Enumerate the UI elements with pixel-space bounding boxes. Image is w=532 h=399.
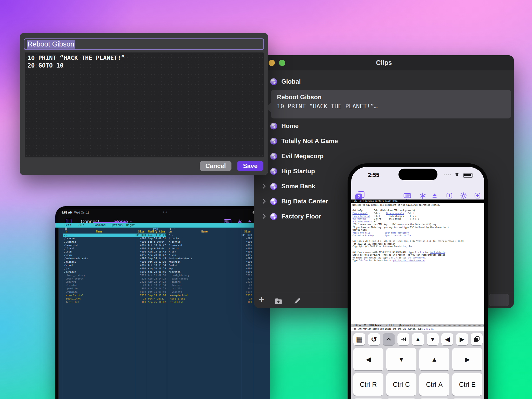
column-size[interactable]: Size	[135, 230, 147, 233]
file-size: 4096	[242, 247, 253, 250]
column-name[interactable]: .nName	[167, 230, 242, 233]
chevron-right-icon[interactable]	[261, 183, 270, 189]
eject-icon[interactable]	[431, 192, 438, 200]
file-mtime: Oct 11 09:56	[147, 274, 166, 277]
search-field[interactable]	[489, 294, 509, 306]
file-name: /mikef	[63, 264, 135, 267]
emacs-line: If you have no Meta key, you may instead…	[353, 226, 464, 229]
key-tab-right[interactable]	[397, 333, 409, 345]
file-name: /scratch	[167, 270, 242, 274]
clip-group-row[interactable]: Home	[261, 118, 508, 134]
key-arrow-right[interactable]: ▶	[456, 333, 468, 345]
clip-group-row[interactable]: Totally Not A Game	[261, 134, 508, 149]
key-arrow-down[interactable]: ▼	[427, 333, 439, 345]
selected-clip-card[interactable]: Reboot Gibson10 PRINT “HACK THE PLANET!”…	[271, 90, 511, 118]
file-row[interactable]: /scratch4096Sep 28 08:46	[63, 270, 166, 274]
add-clip-button[interactable]: +	[259, 294, 264, 305]
mc-menubar[interactable]: LeftFileCommandOptionsRight	[55, 223, 267, 228]
file-row[interactable]: example.html7312Sep 19 11:04	[63, 294, 166, 297]
file-row[interactable]: test3.txt100Sep 25 10:07	[63, 301, 166, 304]
key-arrow-left[interactable]: ◀	[441, 333, 453, 345]
file-name: test.1.txt	[63, 297, 135, 301]
save-button[interactable]: Save	[237, 161, 263, 171]
emacs-line: (‘C-’ means use the CTRL key. ‘M-’ means…	[353, 223, 464, 226]
clip-group-row[interactable]: Evil Megacorp	[261, 149, 508, 164]
menu-file[interactable]: File	[78, 223, 85, 227]
file-row[interactable]: .bash_history3725Oct 11 09:56	[63, 274, 166, 277]
file-row[interactable]: /.ssh4096Aug 25 10:42	[63, 250, 166, 254]
file-name: .bash_logout	[167, 277, 242, 281]
emacs-echo-area: For information about GNU Emacs and the …	[351, 327, 484, 331]
file-row[interactable]: /qa4096Aug 10 16:24	[63, 267, 166, 270]
column-size[interactable]: Size	[242, 230, 253, 233]
menu-options[interactable]: Options	[111, 223, 123, 227]
file-mtime: Aug 10 15:49	[147, 234, 166, 237]
tablet-device: 9:58 AMWed Oct 11 ••• Connect Home LeftF…	[55, 206, 270, 399]
key-grid[interactable]: ▦	[353, 333, 365, 345]
info-icon[interactable]	[446, 192, 453, 200]
menu-command[interactable]: Command	[94, 223, 105, 227]
key-copy[interactable]	[471, 333, 483, 345]
file-row[interactable]: /.cache4096Sep 28 08:51	[63, 237, 166, 240]
clips-titlebar[interactable]: Clips	[254, 55, 514, 70]
file-name: .viminfo	[167, 290, 242, 294]
file-row[interactable]: test.1.txt15Oct 4 16:27	[63, 297, 166, 301]
file-row[interactable]: /.local4096Sep 6 09:04	[63, 247, 166, 250]
key-arrow-up[interactable]: ▲	[412, 333, 424, 345]
multitask-dots[interactable]: •••	[163, 210, 168, 214]
chevron-right-icon[interactable]	[261, 198, 270, 204]
column-name[interactable]: .nName	[63, 230, 135, 233]
emacs-buffer[interactable]: Welcome to GNU Emacs, one component of t…	[351, 203, 484, 324]
key-arrow[interactable]: ▼	[386, 348, 416, 370]
clip-code-editor[interactable]: 10 PRINT “HACK THE PLANET!” 20 GOTO 10	[25, 52, 264, 157]
emacs-menubar[interactable]: File Edit Options Buffers Tools Help	[351, 200, 484, 203]
chevron-right-icon[interactable]	[261, 214, 270, 219]
file-name: /.config	[63, 240, 135, 244]
menu-left[interactable]: Left	[64, 223, 71, 227]
accessory-key-row: ▦↺▲▼◀▶	[353, 333, 484, 345]
file-row[interactable]: .profile807Apr 23 14:23	[63, 287, 166, 290]
emacs-line	[353, 248, 464, 251]
file-row[interactable]: .bashrc3526Apr 23 14:23	[63, 280, 166, 284]
command-asterisk-icon[interactable]	[419, 192, 426, 200]
desktop: 9:58 AMWed Oct 11 ••• Connect Home LeftF…	[0, 0, 532, 399]
file-name: /.cache	[63, 237, 135, 240]
add-icon[interactable]	[474, 192, 481, 200]
key-arrow[interactable]: ▶	[452, 348, 482, 370]
file-row[interactable]: /.emacs.d4096Oct 10 14:22	[63, 244, 166, 247]
clip-editor-dialog: Reboot Gibson 10 PRINT “HACK THE PLANET!…	[20, 33, 268, 175]
file-mtime: Oct 10 13:54	[147, 264, 166, 267]
file-name: /automated-tests	[167, 257, 242, 260]
file-row[interactable]: /michael4096Oct 10 13:16	[63, 260, 166, 264]
file-row[interactable]: /.config4096Sep 6 09:04	[63, 240, 166, 244]
key-ctrl-c[interactable]: Ctrl-C	[386, 373, 416, 396]
key-ctrl-r[interactable]: Ctrl-R	[353, 373, 383, 396]
file-name: .lesshst	[167, 284, 242, 287]
file-mtime: Sep 25 10:07	[147, 301, 166, 304]
file-row[interactable]: .lesshst20Oct 10 13:54	[63, 284, 166, 287]
file-row[interactable]: .viminfo9192Oct 11 09:40	[63, 290, 166, 294]
clip-title-input[interactable]: Reboot Gibson	[24, 38, 264, 50]
file-row[interactable]: /..UP--DIRAug 10 15:49	[63, 234, 166, 237]
key-ctrl-a[interactable]: Ctrl-A	[419, 373, 449, 396]
column-modify[interactable]: Modify time	[147, 230, 166, 233]
clip-group-label: Totally Not A Game	[281, 137, 338, 145]
key-caret-up[interactable]	[383, 333, 395, 345]
key-undo[interactable]: ↺	[368, 333, 380, 345]
key-ctrl-e[interactable]: Ctrl-E	[452, 373, 482, 396]
tab-switcher-button[interactable]: 2	[355, 191, 365, 201]
battery-icon	[463, 173, 473, 178]
file-row[interactable]: /.vim4096Sep 28 08:47	[63, 254, 166, 257]
new-folder-button[interactable]	[274, 297, 283, 306]
emacs-line: Emacs manual C-h r Browse manuals C-h i	[353, 212, 464, 215]
key-arrow[interactable]: ▲	[419, 348, 449, 370]
clip-group-row[interactable]: Global	[261, 75, 508, 89]
file-row[interactable]: .bash_logout220Apr 23 14:23	[63, 277, 166, 281]
file-row[interactable]: /mikef4096Oct 10 13:54	[63, 264, 166, 267]
file-row[interactable]: /automated-tests4096Sep 14 14:45	[63, 257, 166, 260]
file-name: /.vim	[167, 254, 242, 257]
edit-button[interactable]	[294, 297, 301, 306]
key-arrow[interactable]: ◀	[353, 348, 383, 370]
cancel-button[interactable]: Cancel	[200, 161, 231, 171]
menu-right[interactable]: Right	[126, 223, 135, 227]
